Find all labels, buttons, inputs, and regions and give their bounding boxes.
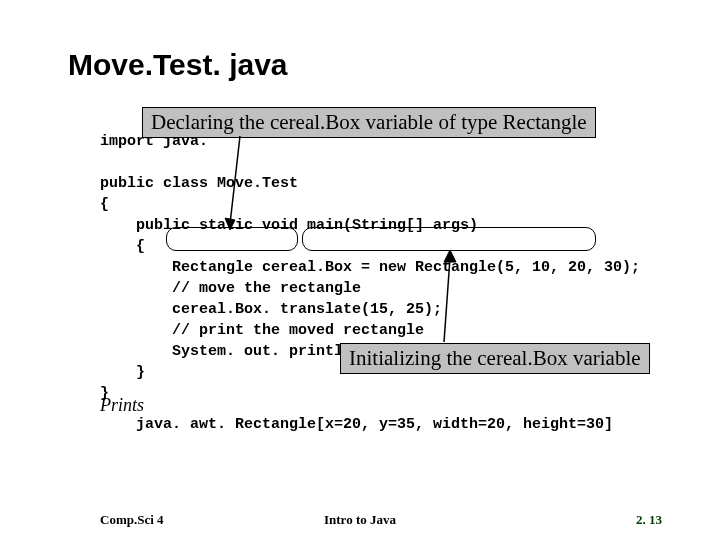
callout-declaring: Declaring the cereal.Box variable of typ… xyxy=(142,107,596,138)
prints-label: Prints xyxy=(100,395,144,416)
svg-line-0 xyxy=(230,136,240,224)
code-open: { xyxy=(100,196,109,213)
svg-marker-1 xyxy=(225,218,235,230)
svg-marker-3 xyxy=(444,250,456,262)
arrow-declaring xyxy=(220,136,260,236)
code-main-close: } xyxy=(100,362,145,383)
code-comment2: // print the moved rectangle xyxy=(100,320,424,341)
code-main-open: { xyxy=(100,236,145,257)
arrow-initializing xyxy=(430,248,470,348)
code-decl: Rectangle cereal.Box = new Rectangle(5, … xyxy=(100,257,640,278)
code-translate: cereal.Box. translate(15, 25); xyxy=(100,299,442,320)
prints-output: java. awt. Rectangle[x=20, y=35, width=2… xyxy=(136,416,613,433)
slide: Move.Test. java import java. public clas… xyxy=(0,0,720,540)
callout-initializing: Initializing the cereal.Box variable xyxy=(340,343,650,374)
code-comment1: // move the rectangle xyxy=(100,278,361,299)
code-class: public class Move.Test xyxy=(100,175,298,192)
page-title: Move.Test. java xyxy=(68,48,288,82)
svg-line-2 xyxy=(444,258,450,342)
footer-right: 2. 13 xyxy=(636,512,662,528)
footer-center: Intro to Java xyxy=(0,512,720,528)
